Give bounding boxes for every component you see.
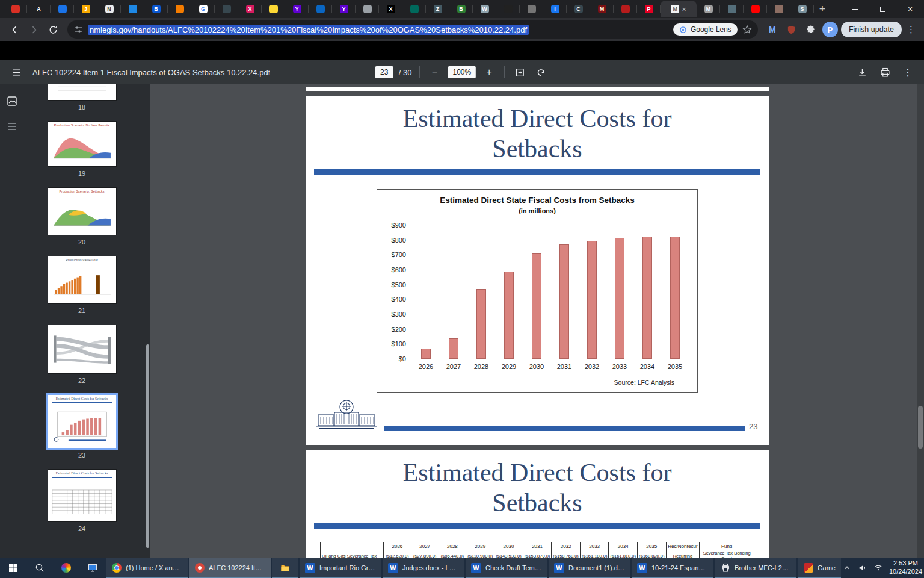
zoom-in-button[interactable]: + xyxy=(481,64,497,80)
network-icon[interactable] xyxy=(873,563,883,573)
tab[interactable] xyxy=(496,1,520,17)
tab[interactable]: G xyxy=(191,1,215,17)
tab[interactable] xyxy=(309,1,332,17)
profile-button[interactable]: P xyxy=(822,21,839,38)
download-button[interactable] xyxy=(854,64,870,80)
print-button[interactable] xyxy=(877,64,893,80)
pinned-app-button[interactable] xyxy=(53,558,79,578)
tab[interactable] xyxy=(51,1,74,17)
tab[interactable] xyxy=(520,1,543,17)
thumbnail-page-22[interactable]: 22 xyxy=(48,325,116,395)
thumbnail-page-23[interactable]: Estimated Direct Costs for Setbacks23 xyxy=(48,395,116,470)
thumbnail-page-20[interactable]: Production Scenario: Setbacks20 xyxy=(48,188,116,256)
tab-active[interactable]: M× xyxy=(661,1,697,17)
tab[interactable]: B xyxy=(144,1,168,17)
pdf-scrollbar[interactable] xyxy=(917,84,924,558)
tab[interactable]: S xyxy=(790,1,814,17)
tab[interactable]: W xyxy=(473,1,496,17)
taskbar-explorer-window[interactable] xyxy=(272,558,298,578)
url-text[interactable]: nmlegis.gov/handouts/ALFC%20102224%20Ite… xyxy=(88,25,529,35)
new-tab-button[interactable]: + xyxy=(814,1,831,17)
taskbar-game-window[interactable]: Game xyxy=(798,558,841,578)
x-axis-tick-label: 2031 xyxy=(550,363,578,370)
tab[interactable]: P xyxy=(637,1,661,17)
bookmark-star-icon[interactable] xyxy=(742,25,752,34)
lens-label: Google Lens xyxy=(691,25,732,34)
taskbar-chrome-window[interactable]: (1) Home / X and 2... xyxy=(106,558,188,578)
site-settings-icon[interactable] xyxy=(73,25,83,34)
tab-favicon: M xyxy=(598,5,606,13)
thumbnail-page-21[interactable]: Production Value Lost21 xyxy=(48,256,116,325)
tab[interactable] xyxy=(720,1,744,17)
forward-button[interactable] xyxy=(25,21,42,38)
tab[interactable] xyxy=(4,1,27,17)
start-button[interactable] xyxy=(0,558,26,578)
browser-menu-button[interactable]: ⋮ xyxy=(904,24,918,35)
reload-button[interactable] xyxy=(45,21,61,38)
tab[interactable] xyxy=(168,1,191,17)
taskbar-word-window-1[interactable]: WImportant Rio Gran... xyxy=(300,558,381,578)
tab[interactable]: C xyxy=(567,1,590,17)
address-bar[interactable]: nmlegis.gov/handouts/ALFC%20102224%20Ite… xyxy=(67,20,758,39)
pinned-display-button[interactable] xyxy=(79,558,106,578)
fit-to-page-button[interactable] xyxy=(512,64,528,80)
tab[interactable] xyxy=(121,1,144,17)
taskbar-clock[interactable]: 2:53 PM 10/24/2024 xyxy=(889,559,922,576)
tab[interactable] xyxy=(402,1,426,17)
mail-extension-button[interactable]: M xyxy=(764,21,781,38)
google-lens-button[interactable]: Google Lens xyxy=(673,23,738,36)
rotate-button[interactable] xyxy=(533,64,549,80)
adblock-extension-button[interactable] xyxy=(783,21,800,38)
zoom-out-button[interactable]: − xyxy=(427,64,442,80)
taskbar-pdf-window[interactable]: ALFC 102224 Item 1... xyxy=(189,558,271,578)
tab[interactable]: f xyxy=(543,1,567,17)
finish-update-button[interactable]: Finish update xyxy=(841,22,902,37)
tab[interactable]: J xyxy=(74,1,97,17)
tab[interactable] xyxy=(215,1,238,17)
volume-icon[interactable] xyxy=(858,563,867,573)
close-button[interactable]: × xyxy=(896,0,924,18)
tab[interactable] xyxy=(744,1,767,17)
tab[interactable] xyxy=(767,1,790,17)
taskbar-word-window-3[interactable]: WCheck Draft Templa... xyxy=(466,558,547,578)
minimize-button[interactable] xyxy=(841,0,869,18)
maximize-button[interactable] xyxy=(869,0,896,18)
tab[interactable]: X xyxy=(379,1,402,17)
page-number-input[interactable] xyxy=(375,66,393,78)
taskbar-word-window-2[interactable]: WJudges.docx - Last... xyxy=(383,558,464,578)
pdf-more-button[interactable]: ⋮ xyxy=(900,64,916,80)
pdf-scrollbar-thumb[interactable] xyxy=(918,406,923,449)
taskbar-word-window-5[interactable]: W10-21-24 Espanola ... xyxy=(632,558,713,578)
sidebar-scrollbar-thumb[interactable] xyxy=(146,344,149,548)
tab[interactable]: Z xyxy=(426,1,449,17)
tab[interactable]: Y xyxy=(332,1,356,17)
tab[interactable] xyxy=(356,1,379,17)
pdf-menu-button[interactable] xyxy=(8,64,24,80)
tab[interactable] xyxy=(614,1,637,17)
tab[interactable]: Y xyxy=(285,1,309,17)
back-button[interactable] xyxy=(6,21,23,38)
hidden-icons-chevron-icon[interactable] xyxy=(842,563,852,573)
thumbnails-view-icon[interactable] xyxy=(6,95,18,107)
tab[interactable]: A xyxy=(27,1,51,17)
tab[interactable]: N xyxy=(97,1,121,17)
tab[interactable]: X xyxy=(238,1,262,17)
thumbnail-page-18[interactable]: 18 xyxy=(48,84,116,122)
taskbar-word-window-4[interactable]: WDocument1 (1).doc... xyxy=(549,558,630,578)
sidebar-scrollbar[interactable] xyxy=(146,84,149,558)
thumbnail-page-19[interactable]: Production Scenario: No New Permits19 xyxy=(48,122,116,188)
taskbar-printer-window[interactable]: Brother MFC-L2710... xyxy=(715,558,796,578)
taskbar-search-button[interactable] xyxy=(26,558,53,578)
row-recurring: Recurring xyxy=(666,550,700,558)
outline-view-icon[interactable] xyxy=(6,120,18,132)
zoom-level[interactable]: 100% xyxy=(448,66,476,78)
thumbnail-page-24[interactable]: Estimated Direct Costs for Setbacks24 xyxy=(48,470,116,543)
tab[interactable] xyxy=(262,1,285,17)
tab-close-icon[interactable]: × xyxy=(682,5,686,13)
tab[interactable]: M xyxy=(590,1,614,17)
extensions-button[interactable] xyxy=(802,21,819,38)
tab[interactable]: M xyxy=(697,1,720,17)
tab[interactable]: B xyxy=(449,1,473,17)
fiscal-table-header: Fund xyxy=(700,542,754,550)
y-axis-labels: $0$100$200$300$400$500$600$700$800$900 xyxy=(377,190,408,392)
